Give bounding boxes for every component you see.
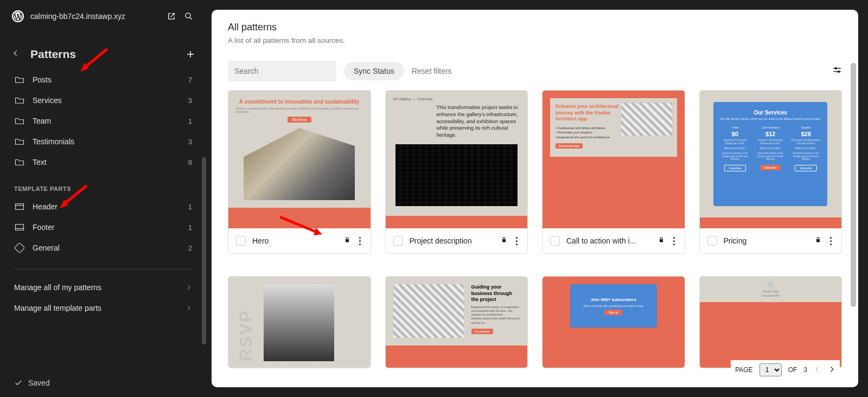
pattern-preview: Join 900+ subscribers Stay in the loop w…	[542, 277, 685, 368]
pattern-preview: A commitment to innovation and sustainab…	[228, 91, 371, 228]
sidebar-item-footer[interactable]: Footer 1	[0, 217, 206, 238]
pattern-preview: RSVP	[228, 277, 371, 368]
pattern-card-blank[interactable]: Sample Page Designed with	[699, 276, 843, 368]
sidebar-item-general[interactable]: General 2	[0, 238, 206, 258]
lock-icon	[815, 236, 821, 246]
more-actions-button[interactable]	[828, 237, 834, 245]
sidebar-scrollbar[interactable]	[202, 157, 206, 344]
folder-icon	[14, 96, 25, 105]
page-label: PAGE	[735, 366, 752, 374]
chevron-right-icon	[186, 305, 192, 311]
svg-line-1	[190, 17, 192, 20]
saved-status: Saved	[0, 369, 206, 397]
header-icon	[14, 202, 25, 211]
pattern-name: Call to action with i...	[566, 236, 652, 245]
pattern-card-cta[interactable]: Enhance your architectural journey with …	[542, 90, 685, 254]
general-icon	[14, 244, 25, 252]
sidebar-item-testimonials[interactable]: Testimonials 3	[0, 131, 206, 152]
template-parts-heading: TEMPLATE PARTS	[0, 176, 206, 196]
sidebar: calming-bb7c24.instawp.xyz Patterns + Po…	[0, 0, 206, 397]
svg-point-7	[329, 71, 330, 72]
pattern-card-bar: Project description	[386, 228, 528, 253]
svg-rect-4	[16, 225, 24, 230]
pattern-card-guide[interactable]: Guiding your business through the projec…	[385, 276, 528, 368]
panel-scrollbar[interactable]	[851, 63, 856, 307]
filter-settings-icon[interactable]	[832, 65, 842, 77]
folder-icon	[14, 158, 25, 167]
panel-header: All patterns A list of all patterns from…	[212, 10, 858, 53]
sync-status-filter[interactable]: Sync Status	[344, 62, 404, 80]
section-title: Patterns	[30, 48, 178, 61]
divider	[14, 269, 192, 270]
wordpress-logo-icon[interactable]	[12, 10, 24, 22]
more-actions-button[interactable]	[671, 237, 677, 245]
svg-rect-2	[16, 204, 24, 210]
svg-point-12	[838, 71, 840, 73]
pattern-preview: Sample Page Designed with	[700, 277, 842, 368]
lock-icon	[501, 236, 507, 246]
folder-icon	[14, 137, 25, 146]
add-pattern-button[interactable]: +	[187, 47, 194, 62]
main-area: All patterns A list of all patterns from…	[206, 0, 868, 397]
pattern-preview: Enhance your architectural journey with …	[542, 91, 685, 228]
search-icon	[329, 67, 330, 76]
chevron-right-icon	[186, 284, 192, 291]
pattern-card-bar: Pricing	[700, 228, 842, 253]
pattern-card-pricing[interactable]: Our Services We offer flexible options, …	[699, 90, 843, 254]
pattern-card-bar: Hero	[228, 228, 371, 253]
select-checkbox[interactable]	[236, 236, 246, 246]
pattern-preview: Our Services We offer flexible options, …	[700, 91, 842, 228]
pattern-preview: Guiding your business through the projec…	[386, 277, 528, 368]
pattern-card-hero[interactable]: A commitment to innovation and sustainab…	[228, 90, 371, 254]
sidebar-item-services[interactable]: Services 3	[0, 90, 206, 111]
panel: All patterns A list of all patterns from…	[212, 10, 858, 387]
folder-icon	[14, 75, 25, 84]
panel-subtitle: A list of all patterns from all sources.	[228, 36, 842, 44]
footer-icon	[14, 223, 25, 232]
sidebar-item-text[interactable]: Text 8	[0, 152, 206, 172]
reset-filters-button[interactable]: Reset filters	[412, 67, 452, 75]
pattern-card-project-description[interactable]: Art Gallery — Overview This transformati…	[385, 90, 528, 254]
search-input[interactable]	[234, 67, 329, 75]
lock-icon	[344, 236, 350, 246]
pattern-card-newsletter[interactable]: Join 900+ subscribers Stay in the loop w…	[542, 276, 685, 368]
svg-point-0	[186, 13, 190, 18]
admin-topbar: calming-bb7c24.instawp.xyz	[0, 0, 206, 33]
sidebar-item-header[interactable]: Header 1	[0, 196, 206, 217]
pattern-grid: A commitment to innovation and sustainab…	[212, 87, 858, 387]
total-pages: 3	[803, 366, 807, 374]
manage-template-parts-link[interactable]: Manage all template parts	[0, 298, 206, 318]
site-url[interactable]: calming-bb7c24.instawp.xyz	[30, 12, 159, 21]
page-select[interactable]: 1	[760, 363, 782, 376]
search-icon[interactable]	[183, 11, 194, 22]
svg-point-10	[835, 67, 837, 69]
more-actions-button[interactable]	[514, 237, 520, 245]
category-list: Posts 7 Services 3 Team 1 Testimonials 3…	[0, 69, 206, 176]
of-label: OF	[788, 366, 797, 374]
next-page-button[interactable]	[828, 366, 835, 375]
template-parts-list: Header 1 Footer 1 General 2	[0, 196, 206, 261]
search-input-wrapper	[228, 61, 336, 81]
pattern-card-rsvp[interactable]: RSVP	[228, 276, 371, 368]
pattern-card-bar: Call to action with i...	[542, 228, 685, 253]
check-icon	[14, 379, 23, 387]
select-checkbox[interactable]	[707, 236, 717, 246]
back-chevron-icon[interactable]	[12, 49, 22, 59]
select-checkbox[interactable]	[393, 236, 403, 246]
svg-rect-6	[15, 243, 24, 253]
pattern-name: Pricing	[724, 236, 809, 245]
lock-icon	[658, 236, 665, 246]
prev-page-button[interactable]	[814, 366, 821, 375]
pagination: PAGE 1 OF 3	[731, 360, 840, 380]
folder-icon	[14, 117, 25, 125]
pattern-name: Project description	[410, 236, 495, 245]
section-header: Patterns +	[0, 33, 206, 69]
sidebar-item-team[interactable]: Team 1	[0, 111, 206, 131]
manage-patterns-link[interactable]: Manage all of my patterns	[0, 277, 206, 298]
more-actions-button[interactable]	[357, 237, 363, 245]
open-external-icon[interactable]	[166, 11, 177, 22]
sidebar-item-posts[interactable]: Posts 7	[0, 69, 206, 90]
select-checkbox[interactable]	[550, 236, 560, 246]
toolbar: Sync Status Reset filters	[212, 53, 858, 87]
pattern-preview: Art Gallery — Overview This transformati…	[386, 91, 528, 228]
